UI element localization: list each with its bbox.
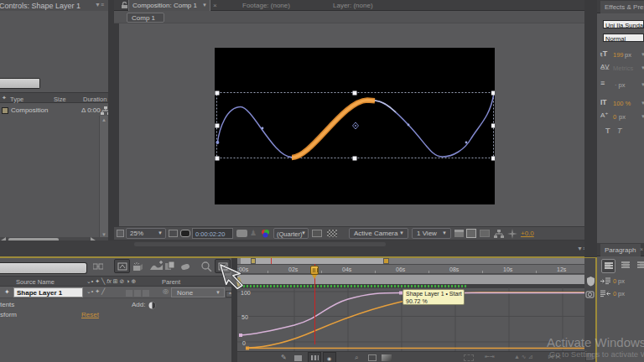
svg-text:0: 0 [242, 340, 246, 346]
svg-text:50: 50 [242, 314, 248, 320]
